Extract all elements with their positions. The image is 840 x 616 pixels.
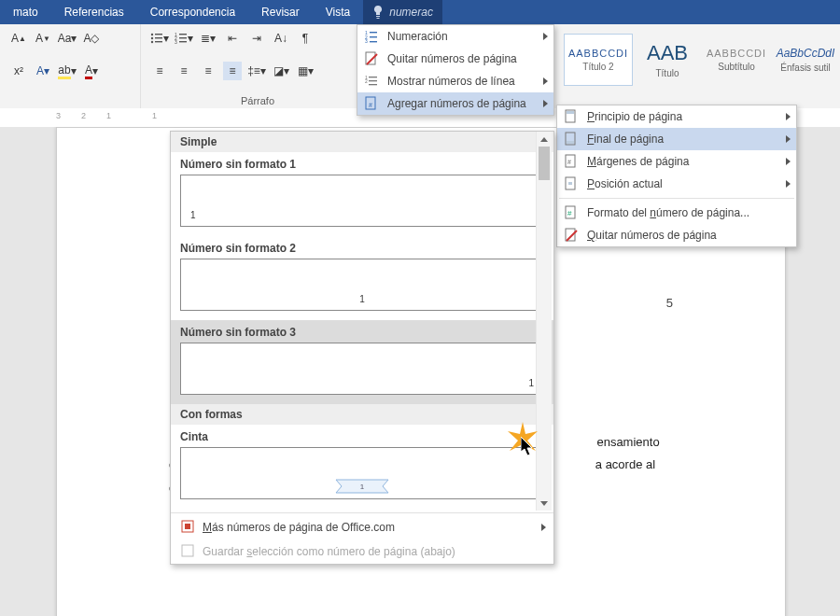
align-left-button[interactable]: ≡ bbox=[150, 62, 169, 80]
gallery-option-plain-1[interactable]: Número sin formato 1 1 bbox=[171, 152, 553, 236]
option-title: Cinta bbox=[180, 427, 544, 447]
tell-me-results-menu: 123 Numeración Quitar números de página … bbox=[357, 24, 554, 116]
gallery-category-shapes: Con formas bbox=[171, 404, 553, 425]
format-number-icon: # bbox=[563, 204, 580, 221]
menu-final-pagina[interactable]: Final de página bbox=[557, 128, 796, 150]
menu-quitar-numeros-2[interactable]: Quitar números de página bbox=[557, 224, 796, 246]
tab-view[interactable]: Vista bbox=[313, 0, 363, 24]
menu-numeracion[interactable]: 123 Numeración bbox=[357, 25, 553, 48]
scrollbar[interactable] bbox=[536, 132, 552, 511]
multilevel-list-button[interactable]: ≣▾ bbox=[199, 29, 217, 48]
shading-button[interactable]: ◪▾ bbox=[272, 62, 290, 80]
align-center-button[interactable]: ≡ bbox=[175, 62, 193, 80]
gallery-more-office[interactable]: Más números de página de Office.com bbox=[171, 515, 553, 539]
tell-me-search[interactable]: numerac bbox=[363, 0, 442, 24]
svg-rect-34 bbox=[568, 182, 572, 185]
gallery-category-simple: Simple bbox=[171, 132, 553, 152]
superscript-button[interactable]: x² bbox=[9, 62, 28, 80]
scrollbar-thumb[interactable] bbox=[539, 147, 550, 180]
menu-label: Principio de página bbox=[587, 110, 682, 123]
style-enfasis[interactable]: AaBbCcDdIÉnfasis sutil bbox=[771, 34, 840, 86]
menu-quitar-numeros[interactable]: Quitar números de página bbox=[357, 48, 553, 70]
clear-format-button[interactable]: A◇ bbox=[82, 29, 101, 48]
submenu-arrow-icon bbox=[543, 100, 548, 107]
line-spacing-button[interactable]: ‡≡▾ bbox=[247, 62, 266, 80]
svg-text:#: # bbox=[567, 209, 572, 217]
highlight-button[interactable]: ab▾ bbox=[58, 62, 77, 80]
gallery-option-ribbon[interactable]: Cinta 1 bbox=[171, 425, 553, 509]
tab-references[interactable]: Referencias bbox=[51, 0, 137, 24]
submenu-arrow-icon bbox=[541, 524, 546, 531]
paragraph-group-label: Párrafo bbox=[150, 93, 365, 106]
submenu-arrow-icon bbox=[543, 33, 548, 40]
menu-label: Quitar números de página bbox=[387, 52, 517, 65]
menu-posicion-actual[interactable]: Posición actual bbox=[557, 173, 796, 195]
change-case-button[interactable]: Aa▾ bbox=[58, 29, 77, 48]
menu-label: Final de página bbox=[587, 133, 664, 146]
menu-label: Formato del número de página... bbox=[587, 206, 749, 219]
ruler-tick: 2 bbox=[81, 111, 86, 120]
tab-mailings[interactable]: Correspondencia bbox=[137, 0, 248, 24]
svg-point-2 bbox=[151, 37, 153, 39]
increase-indent-button[interactable]: ⇥ bbox=[247, 29, 266, 48]
svg-rect-28 bbox=[567, 111, 574, 114]
ruler-tick: 1 bbox=[106, 111, 111, 120]
align-right-button[interactable]: ≡ bbox=[199, 62, 217, 80]
save-selection-icon bbox=[180, 543, 195, 561]
option-preview: 1 bbox=[180, 175, 544, 227]
page-number-position-menu: Principio de página Final de página # Má… bbox=[556, 105, 797, 247]
decrease-indent-button[interactable]: ⇤ bbox=[223, 29, 242, 48]
ruler-tick: 3 bbox=[56, 111, 61, 120]
tab-review[interactable]: Revisar bbox=[248, 0, 313, 24]
shrink-font-button[interactable]: A▼ bbox=[34, 29, 52, 48]
page-number-icon: # bbox=[363, 95, 380, 112]
styles-group: AABBCCDITítulo 2 AABTítulo AABBCCDISubtí… bbox=[560, 24, 840, 109]
svg-text:#: # bbox=[369, 102, 372, 108]
svg-rect-1 bbox=[155, 34, 162, 35]
gallery-option-plain-2[interactable]: Número sin formato 2 1 bbox=[171, 236, 553, 320]
svg-text:1: 1 bbox=[360, 483, 365, 491]
option-title: Número sin formato 3 bbox=[180, 322, 544, 343]
svg-text:#: # bbox=[567, 159, 571, 165]
svg-rect-3 bbox=[155, 37, 162, 38]
office-icon bbox=[180, 519, 195, 537]
text-effects-button[interactable]: A▾ bbox=[34, 62, 52, 80]
gallery-option-plain-3[interactable]: Número sin formato 3 1 bbox=[171, 320, 553, 404]
menu-formato-numero[interactable]: # Formato del número de página... bbox=[557, 202, 796, 224]
sort-button[interactable]: A↓ bbox=[272, 29, 290, 48]
option-title: Número sin formato 1 bbox=[180, 154, 544, 175]
menu-agregar-numeros[interactable]: # Agregar números de página bbox=[357, 92, 553, 115]
menu-label: Numeración bbox=[387, 30, 448, 43]
tab-format[interactable]: mato bbox=[0, 0, 51, 24]
scroll-up-button[interactable] bbox=[537, 132, 552, 147]
svg-rect-30 bbox=[567, 141, 574, 144]
style-titulo2[interactable]: AABBCCDITítulo 2 bbox=[564, 34, 633, 86]
svg-point-4 bbox=[151, 41, 153, 43]
svg-text:3: 3 bbox=[175, 39, 177, 45]
svg-rect-15 bbox=[370, 36, 377, 37]
style-subtitulo[interactable]: AABBCCDISubtítulo bbox=[702, 34, 771, 86]
svg-text:2: 2 bbox=[365, 78, 368, 84]
ribbon-tabs: mato Referencias Correspondencia Revisar… bbox=[0, 0, 840, 24]
numbering-button[interactable]: 123▾ bbox=[175, 29, 193, 48]
justify-button[interactable]: ≡ bbox=[223, 62, 242, 80]
grow-font-button[interactable]: A▲ bbox=[9, 29, 28, 48]
svg-text:3: 3 bbox=[365, 38, 368, 44]
scroll-down-button[interactable] bbox=[537, 496, 552, 511]
show-marks-button[interactable]: ¶ bbox=[296, 29, 315, 48]
menu-principio-pagina[interactable]: Principio de página bbox=[557, 105, 796, 128]
style-titulo[interactable]: AABTítulo bbox=[633, 34, 702, 86]
gallery-save-selection: Guardar selección como número de página … bbox=[171, 539, 553, 564]
remove-page-number-icon bbox=[363, 50, 380, 67]
line-numbers-icon: 12 bbox=[363, 73, 380, 90]
svg-rect-41 bbox=[185, 524, 190, 529]
font-group-label bbox=[9, 93, 131, 106]
borders-button[interactable]: ▦▾ bbox=[296, 62, 315, 80]
bullets-button[interactable]: ▾ bbox=[150, 29, 169, 48]
menu-mostrar-lineas[interactable]: 12 Mostrar números de línea bbox=[357, 70, 553, 92]
menu-label: Márgenes de página bbox=[587, 155, 689, 168]
font-color-button[interactable]: A▾ bbox=[82, 62, 101, 80]
tell-me-input[interactable]: numerac bbox=[389, 6, 433, 19]
current-position-icon bbox=[563, 175, 580, 192]
menu-margenes-pagina[interactable]: # Márgenes de página bbox=[557, 150, 796, 173]
